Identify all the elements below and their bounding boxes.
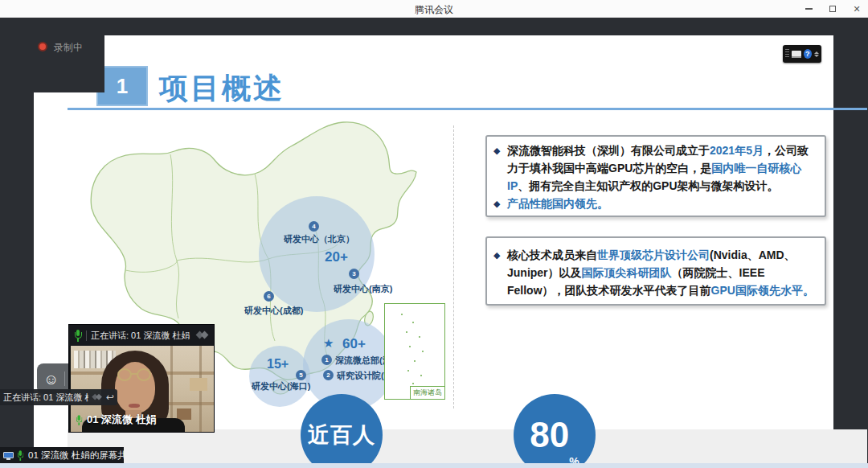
marker-badge-beijing: 4 [309, 221, 319, 232]
marker-badge-chengdu: 6 [264, 291, 274, 302]
bullet-diamond-icon: ◆ [493, 246, 507, 299]
ime-grid-icon [785, 49, 789, 59]
south-china-sea-inset: 南海诸岛 [384, 303, 445, 400]
bullet-row: ◆ 产品性能国内领先。 [493, 195, 817, 212]
map-label-nanjing: 研发中心(南京) [334, 283, 392, 295]
badge-number: 6 [267, 293, 270, 300]
smiley-icon[interactable]: ☺ [43, 372, 59, 387]
speaking-toast-text: 正在讲话: 01 深流微 杜娟 [3, 392, 88, 404]
keyboard-icon[interactable] [792, 51, 800, 58]
map-count-beijing: 20+ [325, 249, 348, 265]
product-performance-text: 产品性能国内领先。 [507, 195, 608, 212]
meeting-logo-icon [92, 393, 103, 401]
participant-name-tag: 01 深流微 杜娟 [76, 413, 157, 427]
recording-label: 录制中 [54, 41, 83, 55]
speaking-toast: 正在讲话: 01 深流微 杜娟 ↩ [0, 389, 117, 405]
tencent-meeting-window: 1 项目概述 4 研发中心（北京） [0, 0, 868, 468]
marker-badge-nanjing: 3 [349, 269, 359, 279]
divider [86, 330, 87, 341]
slide-title: 项目概述 [159, 69, 285, 109]
ime-toolbar[interactable]: ? [783, 45, 821, 63]
bullet-row: ◆ 深流微智能科技（深圳）有限公司成立于2021年5月，公司致力于填补我国中高端… [493, 142, 817, 195]
reply-arrow-icon[interactable]: ↩ [106, 392, 114, 402]
headcount-value: 近百人 [308, 421, 375, 450]
map-label-chengdu: 研发中心(成都) [244, 305, 303, 317]
record-dot-icon [38, 42, 47, 51]
maximize-button[interactable] [826, 2, 839, 15]
badge-number: 2 [326, 372, 330, 379]
mic-icon [74, 330, 82, 342]
rnd-ratio-value: 80 [530, 417, 569, 453]
glasses-bridge [131, 373, 137, 375]
inset-label: 南海诸岛 [410, 386, 445, 400]
window-title: 腾讯会议 [0, 3, 868, 17]
mic-icon [17, 450, 24, 461]
company-intro-box: ◆ 深流微智能科技（深圳）有限公司成立于2021年5月，公司致力于填补我国中高端… [485, 135, 826, 217]
badge-number: 5 [299, 372, 302, 379]
badge-number: 1 [325, 356, 328, 363]
minimize-button[interactable] [802, 2, 815, 15]
glasses-icon [137, 368, 151, 381]
person-mouth [129, 404, 140, 408]
window-controls: ✕ [802, 0, 863, 18]
participant-name: 01 深流微 杜娟 [87, 413, 157, 427]
window-titlebar: 腾讯会议 ✕ [0, 0, 868, 18]
recording-indicator[interactable]: 录制中 [0, 18, 104, 92]
marker-badge-shenzhen-institute: 2 [323, 370, 334, 380]
help-icon[interactable]: ? [804, 49, 812, 59]
bullet-diamond-icon: ◆ [493, 142, 507, 195]
map-count-haikou: 15+ [267, 357, 289, 372]
badge-number: 4 [312, 223, 315, 230]
headcount-stat-circle: 近百人 [301, 394, 383, 468]
ime-arrows-icon[interactable] [814, 51, 819, 57]
map-count-shenzhen: 60+ [342, 336, 366, 352]
rnd-ratio-stat-circle: 80 % [514, 394, 596, 468]
participant-video-panel[interactable]: 正在讲话: 01 深流微 杜娟 01 深流微 杜娟 [68, 324, 215, 433]
marker-badge-haikou: 5 [296, 370, 306, 380]
bullet-row: ◆ 核心技术成员来自世界顶级芯片设计公司(Nvidia、AMD、Juniper）… [493, 246, 817, 299]
screen-share-banner: 01 深流微 杜娟的屏幕共享 [0, 447, 124, 464]
speaking-status-bar: 正在讲话: 01 深流微 杜娟 [69, 325, 214, 346]
map-label-beijing: 研发中心（北京） [284, 233, 354, 245]
badge-number: 3 [352, 270, 355, 277]
glasses-icon [117, 368, 132, 381]
star-icon: ★ [323, 336, 334, 351]
section-number-text: 1 [117, 74, 128, 99]
divider [64, 372, 65, 386]
map-label-haikou: 研发中心(海口) [252, 380, 310, 392]
team-info-box: ◆ 核心技术成员来自世界顶级芯片设计公司(Nvidia、AMD、Juniper）… [485, 236, 826, 306]
company-intro-text: 深流微智能科技（深圳）有限公司成立于2021年5月，公司致力于填补我国中高端GP… [507, 142, 817, 195]
marker-badge-shenzhen-hq: 1 [321, 355, 332, 365]
monitor-icon [3, 451, 14, 461]
dashed-divider [453, 125, 454, 408]
share-banner-text: 01 深流微 杜娟的屏幕共享 [28, 450, 136, 462]
mic-icon [76, 415, 83, 425]
speaking-status-text: 正在讲话: 01 深流微 杜娟 [91, 330, 192, 342]
title-underline [68, 108, 867, 110]
close-button[interactable]: ✕ [850, 2, 863, 15]
meeting-logo-icon [196, 330, 209, 340]
taskbar-strip [0, 463, 868, 468]
bullet-diamond-icon: ◆ [493, 195, 507, 212]
team-info-text: 核心技术成员来自世界顶级芯片设计公司(Nvidia、AMD、Juniper）以及… [507, 246, 817, 299]
stats-background-band [68, 429, 867, 468]
